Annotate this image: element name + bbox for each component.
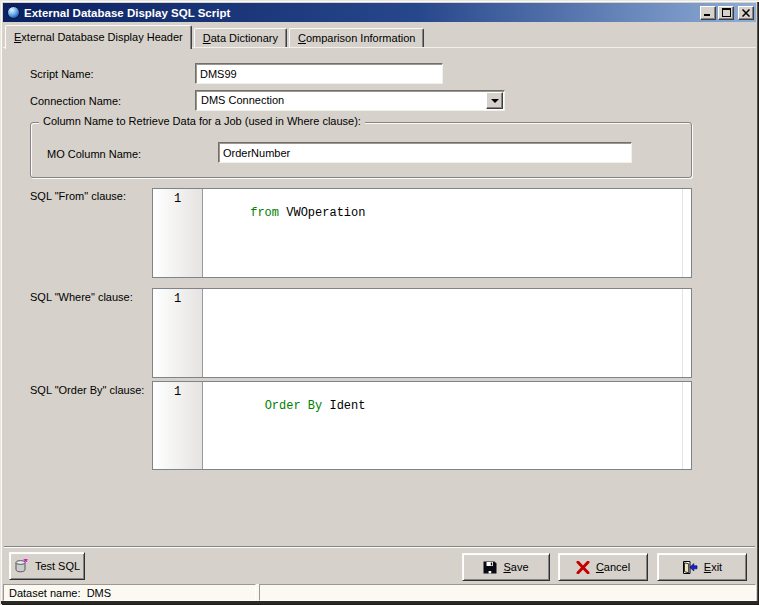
sql-where-label: SQL "Where" clause: (30, 291, 133, 303)
line-number: 1 (174, 385, 181, 399)
code-line: from VWOperation (250, 206, 365, 220)
chevron-down-icon (491, 99, 499, 103)
line-number-gutter: 1 (153, 289, 203, 377)
status-panel-empty (259, 584, 756, 601)
code-area[interactable] (203, 289, 691, 377)
exit-button[interactable]: Exit (657, 553, 747, 581)
test-sql-button[interactable]: * Test SQL (9, 552, 85, 580)
tab-strip: External Database Display Header Data Di… (5, 25, 756, 48)
connection-name-label: Connection Name: (30, 95, 121, 107)
save-button[interactable]: Save (462, 553, 550, 581)
button-row-separator (4, 546, 755, 548)
tab-data-dictionary[interactable]: Data Dictionary (194, 28, 287, 47)
tab-label: omparison Information (306, 32, 415, 44)
app-orb-icon (7, 6, 20, 19)
floppy-disk-icon (483, 561, 497, 574)
close-button[interactable] (738, 6, 754, 20)
tab-label: C (298, 32, 306, 44)
cancel-button[interactable]: Cancel (558, 553, 648, 581)
resize-grip[interactable] (742, 587, 755, 600)
svg-text:*: * (23, 559, 28, 568)
line-number: 1 (174, 292, 181, 306)
window-bottom-edge (1, 601, 758, 604)
line-number: 1 (174, 192, 181, 206)
minimize-icon (704, 13, 712, 17)
sql-where-editor[interactable]: 1 (152, 288, 692, 378)
connection-name-select[interactable]: DMS Connection (195, 90, 505, 111)
tab-label: D (203, 32, 211, 44)
line-number-gutter: 1 (153, 382, 203, 469)
script-name-label: Script Name: (30, 68, 94, 80)
right-margin-line (682, 289, 683, 377)
right-margin-line (682, 382, 683, 469)
tab-external-database-display-header[interactable]: External Database Display Header (5, 25, 192, 49)
dialog-window: External Database Display SQL Script Ext… (0, 0, 759, 605)
test-sql-label: Test SQL (35, 560, 80, 572)
mo-column-name-label: MO Column Name: (47, 148, 141, 160)
dataset-name-panel: Dataset name: DMS (3, 584, 256, 601)
dropdown-button[interactable] (486, 92, 503, 109)
sql-from-editor[interactable]: 1 from VWOperation (152, 188, 692, 278)
code-area[interactable]: from VWOperation (203, 189, 691, 277)
groupbox-title: Column Name to Retrieve Data for a Job (… (39, 115, 365, 127)
tab-label: ata Dictionary (211, 32, 278, 44)
connection-name-value: DMS Connection (196, 91, 485, 110)
maximize-icon (722, 8, 731, 17)
sql-order-by-editor[interactable]: 1 Order By Ident (152, 381, 692, 470)
exit-label: Exit (704, 561, 722, 573)
code-line: Order By Ident (250, 399, 365, 413)
door-exit-icon (682, 560, 698, 575)
sql-order-by-label: SQL "Order By" clause: (30, 384, 144, 396)
mo-column-name-input[interactable] (218, 142, 632, 163)
status-bar: Dataset name: DMS (3, 584, 756, 601)
cancel-label: Cancel (596, 561, 630, 573)
minimize-button[interactable] (700, 6, 716, 20)
sql-from-label: SQL "From" clause: (30, 190, 126, 202)
maximize-button[interactable] (718, 6, 734, 20)
script-name-input[interactable] (195, 63, 443, 84)
title-bar[interactable]: External Database Display SQL Script (3, 3, 756, 22)
right-margin-line (682, 189, 683, 277)
window-title: External Database Display SQL Script (24, 7, 698, 19)
red-x-icon (576, 561, 590, 574)
line-number-gutter: 1 (153, 189, 203, 277)
tab-comparison-information[interactable]: Comparison Information (289, 28, 424, 47)
save-label: Save (503, 561, 528, 573)
code-area[interactable]: Order By Ident (203, 382, 691, 469)
database-icon: * (14, 559, 29, 574)
close-icon (742, 9, 750, 17)
tab-label: xternal Database Display Header (21, 31, 182, 43)
